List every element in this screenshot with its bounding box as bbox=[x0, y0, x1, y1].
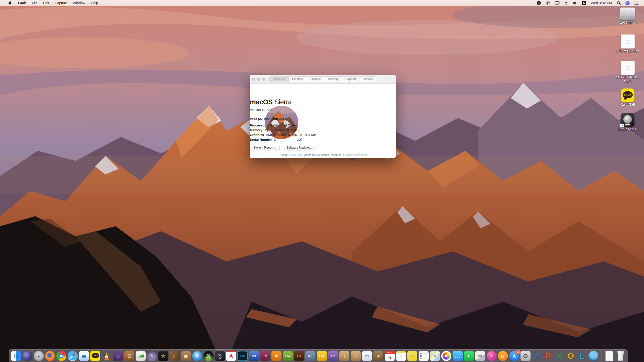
dock-app-store[interactable]: A13 bbox=[509, 351, 519, 361]
dock-notes[interactable]: ≡ bbox=[396, 351, 406, 361]
menu-file[interactable]: File bbox=[29, 0, 41, 6]
dock-maps[interactable]: ◉ bbox=[430, 351, 440, 361]
dock-finder[interactable]: ☺ bbox=[11, 351, 21, 361]
tab-service[interactable]: Service bbox=[359, 76, 376, 82]
dock-numbers[interactable]: ▂▅▇ bbox=[136, 351, 146, 361]
desktop-icon-volume-1000-mac[interactable]: 1000-mac bbox=[613, 8, 642, 25]
dock-reminders[interactable] bbox=[419, 351, 429, 361]
dock-toast[interactable]: ♨ bbox=[113, 351, 123, 361]
dock-logic-pro[interactable]: ◎ bbox=[215, 351, 225, 361]
eject-icon[interactable] bbox=[562, 0, 570, 6]
menu-window[interactable]: Window bbox=[70, 0, 88, 6]
talk-bubble: TALK bbox=[92, 353, 99, 358]
dock-siri[interactable] bbox=[22, 351, 32, 361]
dock-photos[interactable] bbox=[441, 351, 451, 361]
dock-firefox[interactable] bbox=[45, 351, 55, 361]
audio-file-icon: ♫ bbox=[621, 34, 635, 49]
dock-illustrator[interactable]: Ai bbox=[271, 351, 281, 361]
dock-vlc[interactable] bbox=[102, 351, 112, 361]
dock-after-effects[interactable]: AE bbox=[305, 351, 315, 361]
airplay-display-icon[interactable] bbox=[552, 0, 562, 6]
acrobat-reader-icon: A bbox=[226, 351, 236, 361]
dock-indesign[interactable]: Id bbox=[260, 351, 270, 361]
dock-osx-x-app[interactable]: X bbox=[204, 351, 214, 361]
wifi-icon[interactable] bbox=[543, 0, 552, 6]
dock-keynote[interactable]: ▤ bbox=[124, 351, 134, 361]
dock-iweb[interactable]: ▣ bbox=[181, 351, 191, 361]
tab-memory[interactable]: Memory bbox=[325, 76, 342, 82]
dock-photoshop-cc[interactable]: Ps bbox=[237, 351, 248, 361]
iweb-icon: ▣ bbox=[181, 351, 191, 361]
dock-premiere[interactable]: Pr bbox=[328, 351, 338, 361]
dock-calendar[interactable]: NOV6 bbox=[385, 351, 395, 361]
spec-graphics: GraphicsAMD Radeon HD 6970M 1024 MB bbox=[250, 132, 316, 137]
minimize-button[interactable] bbox=[257, 78, 260, 81]
desktop-icon-logic-pro-x-alias[interactable]: ↗Logic Pro X bbox=[613, 113, 642, 131]
creative-cloud-icon[interactable]: ∞ bbox=[535, 0, 543, 6]
dock-grab[interactable]: ✂ bbox=[475, 351, 485, 361]
close-button[interactable] bbox=[252, 78, 255, 81]
dock-chrome[interactable] bbox=[56, 351, 66, 361]
dock-bridge[interactable]: Br bbox=[294, 351, 304, 361]
desktop-icon-audio-file-1[interactable]: ♫1 Tu M'Oublies bbox=[613, 34, 642, 53]
dock-recent-document[interactable]: ▪ bbox=[604, 351, 614, 361]
tab-storage[interactable]: Storage bbox=[307, 76, 324, 82]
dock-system-preferences[interactable]: ⚙ bbox=[520, 351, 531, 361]
input-source-icon[interactable]: A bbox=[579, 0, 588, 6]
dock-lync[interactable]: L bbox=[577, 351, 587, 361]
dock-itunes[interactable]: ♪ bbox=[487, 351, 497, 361]
dock-contacts[interactable]: ◉ bbox=[373, 351, 383, 361]
dock-kakaotalk[interactable]: TALK bbox=[90, 351, 100, 361]
dock-fireworks[interactable]: Fw bbox=[317, 351, 327, 361]
contacts-icon: ◉ bbox=[373, 351, 383, 361]
tab-displays[interactable]: Displays bbox=[289, 76, 307, 82]
desktop-icon-kakaotalk-app[interactable]: TALKKakaoTalk bbox=[613, 88, 642, 107]
dock-mail[interactable]: ✉ bbox=[362, 351, 372, 361]
zoom-button[interactable] bbox=[262, 78, 265, 81]
dock-microsoft-autoupdate[interactable]: ↓ bbox=[588, 351, 598, 361]
bridge-icon: Br bbox=[294, 351, 304, 361]
menu-capture[interactable]: Capture bbox=[52, 0, 70, 6]
tab-support[interactable]: Support bbox=[342, 76, 359, 82]
dock-ibooks[interactable]: ▤ bbox=[498, 351, 508, 361]
license-agreement-link[interactable]: License Agreement bbox=[343, 153, 367, 156]
dock-outlook[interactable]: O bbox=[566, 351, 576, 361]
dock-acrobat-reader[interactable]: A bbox=[226, 351, 236, 361]
spotlight-icon[interactable] bbox=[615, 0, 623, 6]
dock-stuffit-expander[interactable]: ↓ bbox=[339, 351, 349, 361]
dock-trash[interactable] bbox=[616, 351, 626, 361]
os-title: macOSSierra bbox=[250, 98, 292, 106]
apple-menu-icon[interactable] bbox=[5, 0, 15, 6]
indesign-icon: Id bbox=[260, 351, 270, 361]
dock-photoshop-cs[interactable]: Ps bbox=[249, 351, 259, 361]
dock-stickies[interactable]: ≈ bbox=[407, 351, 417, 361]
dock-dreamweaver[interactable]: Dw bbox=[283, 351, 293, 361]
dock-stuffit-dropstuff[interactable]: ↑ bbox=[351, 351, 361, 361]
logic-pro-icon: ↗ bbox=[621, 113, 634, 127]
dock-messages[interactable]: … bbox=[453, 351, 463, 361]
notification-center-icon[interactable] bbox=[632, 0, 641, 6]
dock-safari[interactable] bbox=[68, 351, 78, 361]
dock-garageband[interactable]: ♬ bbox=[170, 351, 180, 361]
tab-overview[interactable]: Overview bbox=[269, 76, 289, 82]
menu-edit[interactable]: Edit bbox=[40, 0, 52, 6]
menu-help[interactable]: Help bbox=[88, 0, 101, 6]
desktop-icon-audio-file-2[interactable]: ♫12 Parle-T-Il De Moi? bbox=[613, 61, 642, 83]
status-area: ∞ A Wed 3:32 PM bbox=[535, 0, 644, 6]
dock-pages[interactable]: ✎ bbox=[147, 351, 157, 361]
dock-w-globe-app[interactable]: w bbox=[79, 351, 89, 361]
dock-word[interactable]: W bbox=[532, 351, 542, 361]
recent-document-icon: ▪ bbox=[606, 351, 613, 361]
dock-excel[interactable]: X bbox=[554, 351, 565, 361]
dock-facetime[interactable]: ▶ bbox=[464, 351, 474, 361]
software-update-button[interactable]: Software Update… bbox=[283, 145, 315, 150]
menu-grab[interactable]: Grab bbox=[15, 0, 29, 6]
dock-imovie[interactable]: ★ bbox=[158, 351, 168, 361]
dock-idvd[interactable]: ◉ bbox=[192, 351, 202, 361]
dock-powerpoint[interactable]: P bbox=[543, 351, 553, 361]
menu-clock[interactable]: Wed 3:32 PM bbox=[588, 1, 615, 5]
dock-launchpad[interactable]: ▲ bbox=[34, 351, 44, 361]
system-report-button[interactable]: System Report… bbox=[250, 145, 280, 150]
siri-icon[interactable] bbox=[623, 0, 632, 6]
volume-icon[interactable] bbox=[570, 0, 579, 6]
